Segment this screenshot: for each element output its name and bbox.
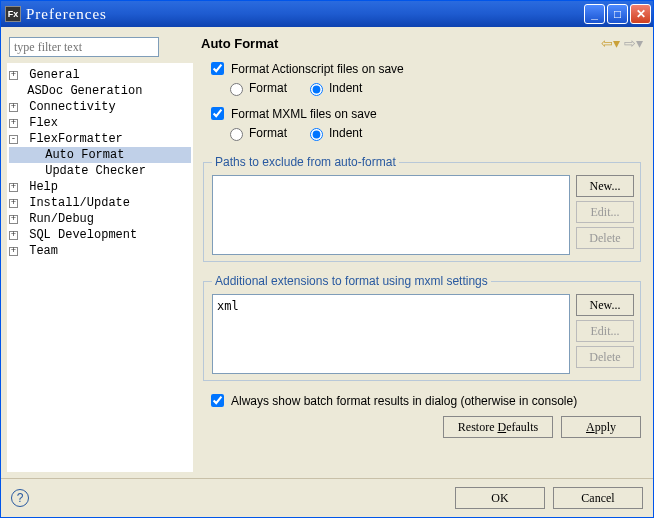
tree-item-label: Install/Update [22, 195, 130, 211]
always-show-label[interactable]: Always show batch format results in dial… [231, 394, 577, 408]
close-button[interactable]: ✕ [630, 4, 651, 24]
tree-item-label: General [22, 67, 80, 83]
as-format-label[interactable]: Format [249, 81, 287, 95]
app-icon: Fx [5, 6, 21, 22]
titlebar: Fx Preferences _ □ ✕ [1, 1, 653, 27]
help-icon[interactable]: ? [11, 489, 29, 507]
tree-item[interactable]: - FlexFormatter [9, 131, 191, 147]
as-indent-radio[interactable] [310, 83, 323, 96]
left-pane: + General ASDoc Generation+ Connectivity… [7, 33, 193, 472]
expand-icon[interactable]: + [9, 199, 18, 208]
format-mxml-checkbox[interactable] [211, 107, 224, 120]
expand-icon[interactable]: + [9, 215, 18, 224]
tree-item-label: Update Checker [38, 163, 146, 179]
cancel-button[interactable]: Cancel [553, 487, 643, 509]
right-pane: Auto Format ⇦▾ ⇨▾ Format Actionscript fi… [197, 33, 647, 472]
exclude-paths-group: Paths to exclude from auto-format New...… [203, 155, 641, 262]
always-show-row: Always show batch format results in dial… [207, 391, 643, 410]
window-controls: _ □ ✕ [584, 4, 651, 24]
window-title: Preferences [26, 6, 584, 23]
always-show-checkbox[interactable] [211, 394, 224, 407]
exclude-edit-button: Edit... [576, 201, 634, 223]
tree-item-label: Run/Debug [22, 211, 94, 227]
nav-arrows: ⇦▾ ⇨▾ [601, 35, 643, 51]
format-as-row: Format Actionscript files on save [207, 59, 643, 78]
ext-legend: Additional extensions to format using mx… [212, 274, 491, 288]
format-mxml-label[interactable]: Format MXML files on save [231, 107, 377, 121]
exclude-new-button[interactable]: New... [576, 175, 634, 197]
format-as-checkbox[interactable] [211, 62, 224, 75]
tree-item-label: FlexFormatter [22, 131, 123, 147]
nav-forward-icon[interactable]: ⇨▾ [624, 35, 643, 51]
expand-icon[interactable]: + [9, 247, 18, 256]
dialog-footer: ? OK Cancel [1, 478, 653, 517]
tree-item-label: Help [22, 179, 58, 195]
mxml-format-radio[interactable] [230, 128, 243, 141]
page-title: Auto Format [201, 36, 601, 51]
expand-icon[interactable]: + [9, 103, 18, 112]
mxml-format-label[interactable]: Format [249, 126, 287, 140]
minimize-button[interactable]: _ [584, 4, 605, 24]
tree-item[interactable]: + Help [9, 179, 191, 195]
ext-delete-button: Delete [576, 346, 634, 368]
tree-item[interactable]: + Flex [9, 115, 191, 131]
mxml-indent-label[interactable]: Indent [329, 126, 362, 140]
maximize-button[interactable]: □ [607, 4, 628, 24]
tree-item-label: Auto Format [38, 147, 124, 163]
tree-item[interactable]: + General [9, 67, 191, 83]
tree-item[interactable]: + Team [9, 243, 191, 259]
tree-item[interactable]: + Install/Update [9, 195, 191, 211]
expand-icon[interactable]: + [9, 71, 18, 80]
format-mxml-row: Format MXML files on save [207, 104, 643, 123]
as-format-radio[interactable] [230, 83, 243, 96]
apply-button[interactable]: Apply [561, 416, 641, 438]
as-indent-label[interactable]: Indent [329, 81, 362, 95]
tree-item-label: Team [22, 243, 58, 259]
tree-item-label: SQL Development [22, 227, 137, 243]
format-as-label[interactable]: Format Actionscript files on save [231, 62, 404, 76]
filter-input[interactable] [9, 37, 159, 57]
tree-item-label: ASDoc Generation [20, 83, 142, 99]
tree-item-label: Flex [22, 115, 58, 131]
page-header: Auto Format ⇦▾ ⇨▾ [201, 35, 643, 51]
restore-defaults-button[interactable]: Restore Defaults [443, 416, 553, 438]
tree-item[interactable]: + SQL Development [9, 227, 191, 243]
expand-icon[interactable]: + [9, 183, 18, 192]
expand-icon[interactable]: + [9, 119, 18, 128]
exclude-paths-list[interactable] [212, 175, 570, 255]
content-area: + General ASDoc Generation+ Connectivity… [1, 27, 653, 478]
list-item[interactable]: xml [217, 299, 565, 313]
ext-edit-button: Edit... [576, 320, 634, 342]
exclude-paths-legend: Paths to exclude from auto-format [212, 155, 399, 169]
page-buttons: Restore Defaults Apply [203, 416, 641, 438]
preferences-window: Fx Preferences _ □ ✕ + General ASDoc Gen… [0, 0, 654, 518]
exclude-delete-button: Delete [576, 227, 634, 249]
ext-list[interactable]: xml [212, 294, 570, 374]
ext-new-button[interactable]: New... [576, 294, 634, 316]
tree-item[interactable]: ASDoc Generation [9, 83, 191, 99]
mxml-indent-radio[interactable] [310, 128, 323, 141]
ok-button[interactable]: OK [455, 487, 545, 509]
tree-item[interactable]: + Connectivity [9, 99, 191, 115]
tree-item[interactable]: + Run/Debug [9, 211, 191, 227]
tree-item[interactable]: Auto Format [9, 147, 191, 163]
tree-item-label: Connectivity [22, 99, 116, 115]
expand-icon[interactable]: + [9, 231, 18, 240]
nav-back-icon[interactable]: ⇦▾ [601, 35, 620, 51]
ext-group: Additional extensions to format using mx… [203, 274, 641, 381]
tree-item[interactable]: Update Checker [9, 163, 191, 179]
mxml-mode-row: Format Indent [225, 125, 643, 141]
as-mode-row: Format Indent [225, 80, 643, 96]
preferences-tree[interactable]: + General ASDoc Generation+ Connectivity… [7, 63, 193, 472]
collapse-icon[interactable]: - [9, 135, 18, 144]
